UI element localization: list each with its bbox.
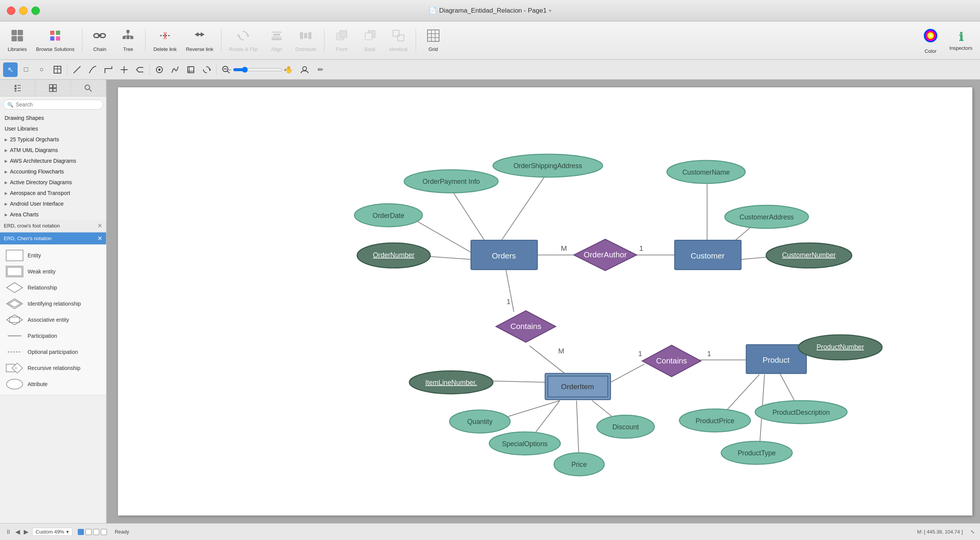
lib-panel-erd-chen-close[interactable]: ✕ xyxy=(97,235,102,242)
rotate-flip-button[interactable]: Rotate & Flip xyxy=(225,27,262,54)
sidebar-tab-search[interactable] xyxy=(71,80,106,96)
distribute-button[interactable]: Distribute xyxy=(292,27,320,54)
lib-panel-erd-crow-header[interactable]: ERD, crow's foot notation ✕ xyxy=(0,220,106,232)
node-customeraddr[interactable]: CustomerAddress xyxy=(739,213,794,221)
sidebar-item-android-ui[interactable]: ▶ Android User Interface xyxy=(0,198,106,209)
tree-button[interactable]: Tree xyxy=(115,27,141,54)
back-button[interactable]: Back xyxy=(357,27,383,54)
next-page-button[interactable]: ▶ xyxy=(24,528,28,535)
lib-item-weak-entity[interactable]: Weak entity xyxy=(3,264,103,279)
browse-solutions-button[interactable]: Browse Solutions xyxy=(32,27,78,54)
connector-tool-1[interactable] xyxy=(70,62,84,77)
node-orderitem[interactable]: OrderItem xyxy=(561,383,594,391)
zoom-slider[interactable]: − + xyxy=(234,62,280,77)
identical-button[interactable]: Identical xyxy=(385,27,412,54)
sidebar-item-drawing-shapes[interactable]: Drawing Shapes xyxy=(0,113,106,123)
sidebar-item-atm-uml[interactable]: ▶ ATM UML Diagrams xyxy=(0,145,106,155)
sidebar-item-accounting[interactable]: ▶ Accounting Flowcharts xyxy=(0,166,106,177)
node-customername[interactable]: CustomerName xyxy=(682,169,730,176)
node-customernumber[interactable]: CustomerNumber xyxy=(782,251,836,259)
rotate-tool[interactable] xyxy=(199,62,214,77)
node-productdesc[interactable]: ProductDescription xyxy=(772,409,830,416)
color-button[interactable]: Color xyxy=(917,25,944,56)
node-orderpayinfo[interactable]: OrderPayment Info xyxy=(423,178,480,185)
sidebar-tab-grid[interactable] xyxy=(35,80,70,96)
user-tool[interactable] xyxy=(297,62,312,77)
node-producttype[interactable]: ProductType xyxy=(737,449,776,457)
node-specialoptions[interactable]: SpecialOptions xyxy=(502,440,547,448)
inspectors-button[interactable]: ℹ Inspectors xyxy=(946,28,976,53)
sidebar-item-user-libraries[interactable]: User Libraries xyxy=(0,123,106,134)
node-productnumber[interactable]: ProductNumber xyxy=(816,343,864,351)
zoom-range[interactable] xyxy=(233,67,282,73)
rect-tool[interactable]: □ xyxy=(19,62,33,77)
lib-item-participation[interactable]: Participation xyxy=(3,328,103,344)
node-orderdate[interactable]: OrderDate xyxy=(373,212,405,219)
search-input[interactable] xyxy=(16,101,99,108)
node-productprice[interactable]: ProductPrice xyxy=(695,417,734,425)
connector-tool-3[interactable] xyxy=(101,62,116,77)
title-dropdown-arrow[interactable]: ▾ xyxy=(549,8,551,13)
pan-tool[interactable]: ✋ xyxy=(282,62,296,77)
expand-button[interactable]: ⤡ xyxy=(970,529,975,535)
diagram-canvas[interactable]: M 1 1 M 1 1 OrderShippingAddress OrderPa… xyxy=(118,87,972,515)
lib-item-entity[interactable]: Entity xyxy=(3,248,103,263)
table-tool[interactable] xyxy=(50,62,65,77)
svg-point-42 xyxy=(924,29,937,43)
node-orderauthor[interactable]: OrderAuthor xyxy=(584,250,627,259)
sidebar-item-aws[interactable]: ▶ AWS Architecture Diagrams xyxy=(0,155,106,166)
sidebar-item-aerospace[interactable]: ▶ Aerospace and Transport xyxy=(0,188,106,198)
node-quantity[interactable]: Quantity xyxy=(467,418,493,425)
connector-tool-5[interactable] xyxy=(133,62,147,77)
maximize-button[interactable] xyxy=(31,7,40,15)
front-button[interactable]: Front xyxy=(328,27,355,54)
connector-tool-4[interactable] xyxy=(117,62,131,77)
page-dot-4[interactable] xyxy=(101,529,107,535)
ellipse-tool[interactable]: ○ xyxy=(34,62,49,77)
node-contains2[interactable]: Contains xyxy=(656,356,687,365)
lib-item-relationship[interactable]: Relationship xyxy=(3,280,103,295)
node-ordershipaddr[interactable]: OrderShippingAddress xyxy=(513,162,582,170)
chain-button[interactable]: Chain xyxy=(86,27,113,54)
sidebar-tab-list[interactable] xyxy=(0,80,35,96)
sidebar-item-area-charts[interactable]: ▶ Area Charts xyxy=(0,209,106,220)
lib-item-recursive-rel[interactable]: Recursive relationship xyxy=(3,360,103,376)
lib-item-identifying-rel[interactable]: Identifying relationship xyxy=(3,296,103,311)
freehand-tool[interactable] xyxy=(168,62,182,77)
prev-page-button[interactable]: ◀ xyxy=(15,528,20,535)
node-customer[interactable]: Customer xyxy=(691,251,725,260)
lib-item-associative[interactable]: Associative entity xyxy=(3,312,103,327)
canvas-area[interactable]: M 1 1 M 1 1 OrderShippingAddress OrderPa… xyxy=(107,80,980,523)
node-price[interactable]: Price xyxy=(571,461,587,468)
page-dot-3[interactable] xyxy=(93,529,99,535)
align-button[interactable]: Align xyxy=(263,27,290,54)
delete-link-button[interactable]: Delete link xyxy=(149,27,180,54)
sidebar-item-25-orgcharts[interactable]: ▶ 25 Typical Orgcharts xyxy=(0,134,106,145)
lib-panel-erd-crow-close[interactable]: ✕ xyxy=(97,222,102,229)
lib-panel-erd-chen-header[interactable]: ERD, Chen's notation ✕ xyxy=(0,232,106,245)
pen-tool[interactable]: ✏ xyxy=(313,62,328,77)
node-product[interactable]: Product xyxy=(762,355,790,364)
grid-button[interactable]: Grid xyxy=(420,27,447,54)
lib-item-optional-participation[interactable]: Optional participation xyxy=(3,344,103,360)
waypoint-tool[interactable] xyxy=(152,62,167,77)
node-orders[interactable]: Orders xyxy=(492,251,516,260)
close-button[interactable] xyxy=(7,7,15,15)
lib-item-attribute[interactable]: Attribute xyxy=(3,376,103,392)
node-discount[interactable]: Discount xyxy=(612,423,639,431)
page-dot-2[interactable] xyxy=(85,529,92,535)
pointer-tool[interactable]: ↖ xyxy=(3,62,18,77)
sidebar-item-active-dir[interactable]: ▶ Active Directory Diagrams xyxy=(0,177,106,188)
minimize-button[interactable] xyxy=(19,7,28,15)
reverse-link-button[interactable]: Reverse link xyxy=(182,27,217,54)
pause-icon[interactable]: ⏸ xyxy=(5,529,11,535)
node-contains1[interactable]: Contains xyxy=(510,322,541,331)
libraries-button[interactable]: Libraries xyxy=(4,27,31,54)
page-dot-1[interactable] xyxy=(78,529,84,535)
node-itemlinenumber[interactable]: ItemLineNumber. xyxy=(425,379,477,386)
zoom-control[interactable]: Custom 49% ▾ xyxy=(32,528,72,536)
sidebar-scroll: Drawing Shapes User Libraries ▶ 25 Typic… xyxy=(0,113,106,523)
connector-tool-2[interactable] xyxy=(85,62,100,77)
crop-tool[interactable] xyxy=(184,62,198,77)
node-ordernumber[interactable]: OrderNumber xyxy=(373,251,414,259)
